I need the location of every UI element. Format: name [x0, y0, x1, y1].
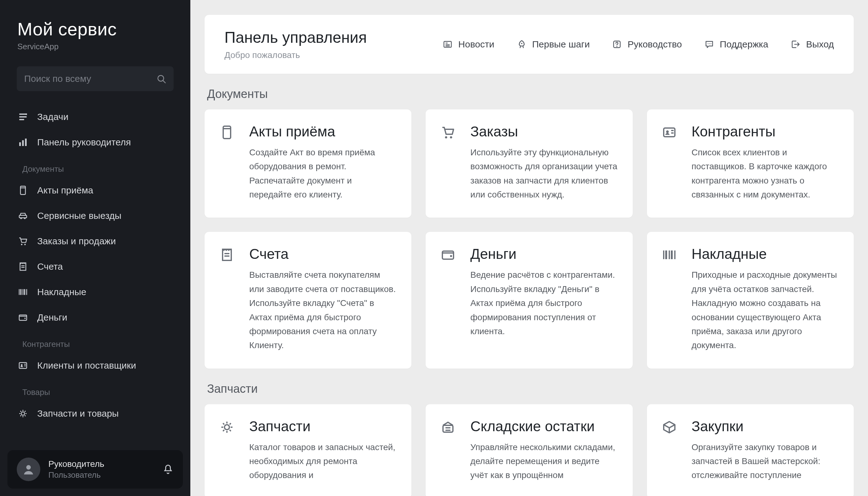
- barcode-icon: [662, 246, 679, 352]
- cards-documents: Акты приёма Создайте Акт во время приёма…: [205, 109, 854, 369]
- top-action-label: Первые шаги: [532, 39, 590, 50]
- card-desc: Используйте эту функциональную возможнос…: [470, 145, 618, 202]
- sidebar-item-label: Накладные: [37, 287, 86, 297]
- device-icon: [17, 185, 29, 195]
- brand-subtitle: ServiceApp: [17, 42, 173, 51]
- topbar: Панель управления Добро пожаловать Новос…: [205, 15, 854, 74]
- card-desc: Каталог товаров и запасных частей, необх…: [249, 440, 397, 482]
- card-acts[interactable]: Акты приёма Создайте Акт во время приёма…: [205, 109, 412, 218]
- card-desc: Ведение расчётов с контрагентами. Исполь…: [470, 268, 618, 338]
- receipt-icon: [17, 262, 29, 272]
- sidebar-item-acts[interactable]: Акты приёма: [0, 177, 190, 203]
- card-title: Деньги: [470, 246, 618, 262]
- card-title: Запчасти: [249, 418, 397, 435]
- user-name: Руководитель: [48, 459, 154, 469]
- sidebar-item-label: Счета: [37, 261, 63, 272]
- top-action-support[interactable]: Поддержка: [704, 39, 769, 50]
- sidebar-item-orders-sales[interactable]: Заказы и продажи: [0, 229, 190, 254]
- sidebar-item-manager-dashboard[interactable]: Панель руководителя: [0, 129, 190, 155]
- sidebar-item-label: Клиенты и поставщики: [37, 360, 136, 371]
- sidebar: Мой сервис ServiceApp Задачи Панель руко…: [0, 0, 190, 496]
- card-title: Закупки: [692, 418, 839, 435]
- receipt-icon: [219, 246, 237, 352]
- user-pill[interactable]: Руководитель Пользователь: [7, 450, 183, 489]
- wallet-icon: [17, 312, 29, 322]
- help-icon: [612, 40, 622, 49]
- box-icon: [662, 418, 679, 482]
- wallet-icon: [440, 246, 458, 352]
- card-desc: Список всех клиентов и поставщиков. В ка…: [692, 145, 839, 202]
- cards-parts: Запчасти Каталог товаров и запасных част…: [205, 404, 854, 496]
- top-action-label: Поддержка: [720, 39, 769, 50]
- page-subtitle: Добро пожаловать: [224, 50, 367, 60]
- dashboard-icon: [17, 137, 29, 147]
- card-counterparties[interactable]: Контрагенты Список всех клиентов и поста…: [647, 109, 854, 218]
- contacts-icon: [17, 360, 29, 370]
- main: Панель управления Добро пожаловать Новос…: [190, 0, 868, 496]
- card-waybills[interactable]: Накладные Приходные и расходные документ…: [647, 232, 854, 368]
- card-desc: Организуйте закупку товаров и запчастей …: [692, 440, 839, 482]
- card-desc: Создайте Акт во время приёма оборудовани…: [249, 145, 397, 202]
- sidebar-item-parts-goods[interactable]: Запчасти и товары: [0, 401, 190, 426]
- chat-icon: [704, 40, 714, 49]
- card-desc: Выставляйте счета покупателям или заводи…: [249, 268, 397, 352]
- cart-icon: [440, 123, 458, 202]
- device-icon: [219, 123, 237, 202]
- card-orders[interactable]: Заказы Используйте эту функциональную во…: [425, 109, 632, 218]
- sidebar-group-counterparties: Контрагенты: [0, 330, 190, 353]
- user-meta: Руководитель Пользователь: [48, 459, 154, 480]
- card-title: Счета: [249, 246, 397, 262]
- contacts-icon: [662, 123, 679, 202]
- sidebar-item-label: Запчасти и товары: [37, 408, 119, 419]
- top-action-label: Новости: [458, 39, 494, 50]
- card-desc: Приходные и расходные документы для учёт…: [692, 268, 839, 352]
- search-input[interactable]: [24, 74, 156, 84]
- page-title: Панель управления: [224, 29, 367, 46]
- logout-icon: [790, 40, 801, 49]
- sidebar-item-label: Задачи: [37, 112, 68, 122]
- card-desc: Управляйте несколькими складами, делайте…: [470, 440, 618, 482]
- sidebar-item-clients-suppliers[interactable]: Клиенты и поставщики: [0, 353, 190, 378]
- top-action-news[interactable]: Новости: [443, 39, 494, 50]
- sidebar-item-invoices[interactable]: Счета: [0, 254, 190, 279]
- sidebar-item-label: Акты приёма: [37, 185, 93, 196]
- brand: Мой сервис ServiceApp: [0, 19, 190, 66]
- card-invoices[interactable]: Счета Выставляйте счета покупателям или …: [205, 232, 412, 368]
- card-title: Контрагенты: [692, 123, 839, 140]
- cart-icon: [17, 236, 29, 246]
- sidebar-item-money[interactable]: Деньги: [0, 305, 190, 330]
- top-action-first-steps[interactable]: Первые шаги: [517, 39, 590, 50]
- brand-title: Мой сервис: [17, 19, 173, 40]
- parts-icon: [17, 408, 29, 418]
- card-title: Накладные: [692, 246, 839, 262]
- avatar: [17, 458, 40, 481]
- bell-icon[interactable]: [162, 464, 174, 475]
- card-stock[interactable]: Складские остатки Управляйте несколькими…: [425, 404, 632, 496]
- sidebar-item-tasks[interactable]: Задачи: [0, 104, 190, 129]
- search[interactable]: [17, 66, 174, 91]
- rocket-icon: [517, 40, 527, 49]
- news-icon: [443, 40, 453, 49]
- sidebar-item-label: Заказы и продажи: [37, 236, 116, 246]
- tasks-icon: [17, 112, 29, 122]
- card-purchases[interactable]: Закупки Организуйте закупку товаров и за…: [647, 404, 854, 496]
- top-action-logout[interactable]: Выход: [790, 39, 834, 50]
- car-icon: [17, 211, 29, 221]
- card-title: Акты приёма: [249, 123, 397, 140]
- parts-icon: [219, 418, 237, 482]
- sidebar-item-service-visits[interactable]: Сервисные выезды: [0, 203, 190, 229]
- user-role: Пользователь: [48, 470, 154, 480]
- card-title: Складские остатки: [470, 418, 618, 435]
- sidebar-item-label: Деньги: [37, 312, 67, 323]
- sidebar-item-label: Панель руководителя: [37, 137, 131, 148]
- barcode-icon: [17, 287, 29, 297]
- sidebar-item-waybills[interactable]: Накладные: [0, 279, 190, 305]
- top-action-label: Выход: [806, 39, 834, 50]
- stock-icon: [440, 418, 458, 482]
- card-money[interactable]: Деньги Ведение расчётов с контрагентами.…: [425, 232, 632, 368]
- card-parts[interactable]: Запчасти Каталог товаров и запасных част…: [205, 404, 412, 496]
- sidebar-nav: Задачи Панель руководителя Документы Акт…: [0, 104, 190, 496]
- section-title-parts: Запчасти: [207, 382, 851, 396]
- top-action-guide[interactable]: Руководство: [612, 39, 682, 50]
- top-actions: Новости Первые шаги Руководство Поддержк…: [443, 39, 834, 50]
